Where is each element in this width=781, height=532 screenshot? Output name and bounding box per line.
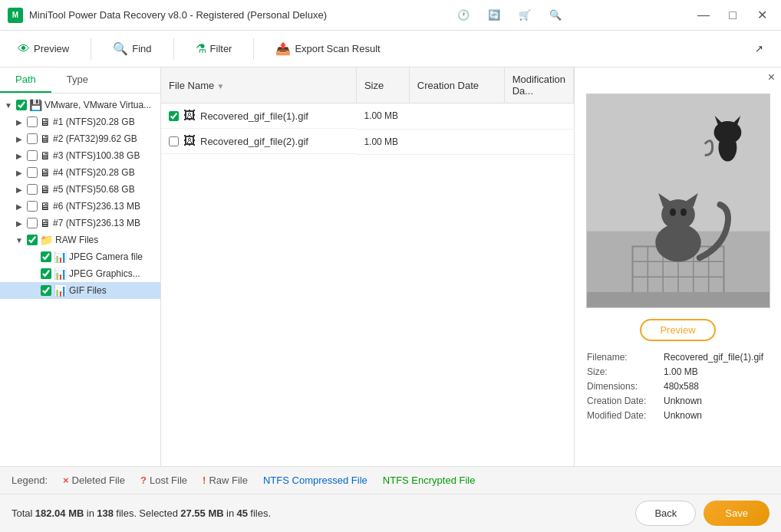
checkbox-jpeg1[interactable] <box>41 251 51 262</box>
svg-point-16 <box>680 209 686 216</box>
status-text: Total 182.04 MB in 138 files. Selected 2… <box>12 507 271 519</box>
tree-item-p4[interactable]: ▶ 🖥 #4 (NTFS)20.28 GB <box>0 164 160 181</box>
tree-item-p2[interactable]: ▶ 🖥 #2 (FAT32)99.62 GB <box>0 130 160 147</box>
tree-item-gif[interactable]: 📊 GIF Files <box>0 282 160 299</box>
partition-icon-7: 🖥 <box>40 217 51 229</box>
tree-item-raw[interactable]: ▼ 📁 RAW Files <box>0 232 160 248</box>
tree-item-root[interactable]: ▼ 💾 VMware, VMware Virtua... <box>0 97 160 113</box>
item-label-jpeg2: JPEG Graphics... <box>69 268 140 279</box>
clock-icon[interactable]: 🕐 <box>453 5 474 26</box>
expand-p5[interactable]: ▶ <box>14 184 25 195</box>
selected-label: Selected <box>139 507 178 519</box>
drive-icon: 💾 <box>29 99 42 111</box>
expand-root[interactable]: ▼ <box>3 100 14 110</box>
tree-item-p3[interactable]: ▶ 🖥 #3 (NTFS)100.38 GB <box>0 147 160 164</box>
expand-jpeg1[interactable] <box>28 251 38 262</box>
checkbox-gif[interactable] <box>41 285 51 296</box>
checkbox-p1[interactable] <box>27 117 38 127</box>
checkbox-p2[interactable] <box>27 133 38 144</box>
search-icon[interactable]: 🔍 <box>545 5 566 26</box>
file-checkbox-0[interactable] <box>169 111 179 121</box>
svg-rect-21 <box>587 292 769 307</box>
legend-label: Legend: <box>12 475 48 486</box>
preview-close-button[interactable]: × <box>762 67 781 87</box>
checkbox-p5[interactable] <box>27 184 38 195</box>
col-filename[interactable]: File Name ▼ <box>161 67 356 103</box>
back-button[interactable]: Back <box>635 501 696 526</box>
tree: ▼ 💾 VMware, VMware Virtua... ▶ 🖥 #1 (NTF… <box>0 94 160 466</box>
checkbox-root[interactable] <box>16 100 27 110</box>
tree-item-jpeg1[interactable]: 📊 JPEG Camera file <box>0 248 160 265</box>
file-size-0: 1.00 MB <box>356 103 409 130</box>
checkbox-p7[interactable] <box>27 218 38 228</box>
share-icon: ↗ <box>755 43 763 54</box>
expand-raw[interactable]: ▼ <box>14 235 25 245</box>
refresh-icon[interactable]: 🔄 <box>483 5 505 26</box>
svg-point-18 <box>718 134 737 162</box>
checkbox-jpeg2[interactable] <box>41 268 51 279</box>
share-button[interactable]: ↗ <box>749 39 769 58</box>
export-button[interactable]: 📤 Export Scan Result <box>269 38 386 60</box>
legend-ntfs-encrypted: NTFS Encrypted File <box>383 475 476 486</box>
find-button[interactable]: 🔍 Find <box>107 38 157 60</box>
expand-p7[interactable]: ▶ <box>14 218 25 228</box>
cart-icon[interactable]: 🛒 <box>514 5 535 26</box>
selected-files: 45 <box>236 507 247 519</box>
files-table: File Name ▼ Size Creation Date Modificat… <box>161 67 574 155</box>
total-files: 138 <box>97 507 114 519</box>
file-creation-0 <box>409 103 504 130</box>
checkbox-raw[interactable] <box>27 235 38 245</box>
dimensions-value: 480x588 <box>664 381 699 392</box>
svg-point-15 <box>670 209 676 216</box>
close-button[interactable]: ✕ <box>750 4 773 27</box>
tab-path[interactable]: Path <box>0 67 51 93</box>
toolbar-right: ↗ <box>749 39 769 58</box>
tree-item-p6[interactable]: ▶ 🖥 #6 (NTFS)236.13 MB <box>0 198 160 215</box>
expand-p4[interactable]: ▶ <box>14 167 25 178</box>
file-checkbox-1[interactable] <box>169 136 179 146</box>
col-size[interactable]: Size <box>356 67 409 103</box>
expand-p1[interactable]: ▶ <box>14 117 25 127</box>
partition-icon-3: 🖥 <box>40 149 51 162</box>
tree-item-p7[interactable]: ▶ 🖥 #7 (NTFS)236.13 MB <box>0 215 160 232</box>
gif-file-icon: 🖼 <box>183 134 196 148</box>
ntfs-c-label: NTFS Compressed File <box>263 475 367 486</box>
legend-lost: ? Lost File <box>140 475 187 486</box>
checkbox-p4[interactable] <box>27 167 38 178</box>
size-label: Size: <box>587 366 664 377</box>
sort-icon-filename: ▼ <box>217 82 225 90</box>
item-label-p7: #7 (NTFS)236.13 MB <box>53 218 140 228</box>
col-creation-label: Creation Date <box>417 80 479 91</box>
expand-gif[interactable] <box>28 285 38 296</box>
app-title: MiniTool Power Data Recovery v8.0 - Regi… <box>29 9 327 21</box>
expand-p3[interactable]: ▶ <box>14 150 25 161</box>
col-creation[interactable]: Creation Date <box>409 67 504 103</box>
file-modification-1 <box>504 129 573 154</box>
checkbox-p3[interactable] <box>27 150 38 161</box>
minimize-button[interactable]: — <box>692 4 715 27</box>
expand-p2[interactable]: ▶ <box>14 133 25 144</box>
tree-item-p1[interactable]: ▶ 🖥 #1 (NTFS)20.28 GB <box>0 113 160 130</box>
tree-item-p5[interactable]: ▶ 🖥 #5 (NTFS)50.68 GB <box>0 181 160 198</box>
preview-button[interactable]: 👁 Preview <box>12 38 75 60</box>
filetype-icon-jpeg2: 📊 <box>54 268 67 280</box>
table-header-row: File Name ▼ Size Creation Date Modificat… <box>161 67 574 103</box>
partition-icon-1: 🖥 <box>40 116 51 128</box>
file-info: Filename: Recovered_gif_file(1).gif Size… <box>575 346 781 431</box>
checkbox-p6[interactable] <box>27 201 38 212</box>
toolbar: 👁 Preview 🔍 Find ⚗ Filter 📤 Export Scan … <box>0 31 781 67</box>
expand-p6[interactable]: ▶ <box>14 201 25 212</box>
expand-jpeg2[interactable] <box>28 268 38 279</box>
tree-item-jpeg2[interactable]: 📊 JPEG Graphics... <box>0 265 160 282</box>
save-button[interactable]: Save <box>704 501 769 526</box>
app-icon: M <box>8 8 23 23</box>
bottom-bar: Total 182.04 MB in 138 files. Selected 2… <box>0 494 781 532</box>
preview-button-panel[interactable]: Preview <box>640 319 715 341</box>
filter-button[interactable]: ⚗ Filter <box>189 38 239 60</box>
tab-type[interactable]: Type <box>51 67 104 93</box>
col-modification[interactable]: Modification Da... <box>504 67 573 103</box>
file-modification-0 <box>504 103 573 130</box>
filetype-icon-gif: 📊 <box>54 284 67 297</box>
maximize-button[interactable]: □ <box>721 4 744 27</box>
item-label-jpeg1: JPEG Camera file <box>69 251 143 262</box>
